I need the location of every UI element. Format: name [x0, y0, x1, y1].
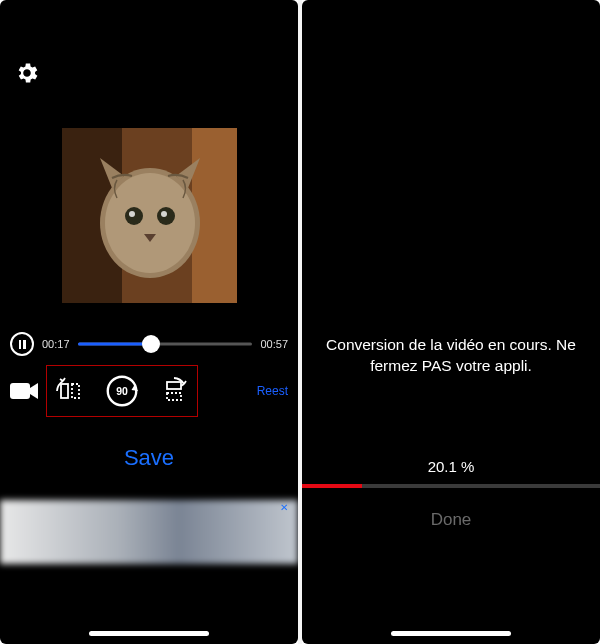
progress-fill	[302, 484, 362, 488]
gear-icon	[14, 60, 40, 86]
svg-point-4	[105, 173, 195, 273]
conversion-line2: fermez PAS votre appli.	[310, 356, 592, 377]
conversion-line1: Conversion de la vidéo en cours. Ne	[310, 335, 592, 356]
progress-percent: 20.1 %	[302, 458, 600, 475]
svg-rect-15	[167, 393, 181, 400]
pause-button[interactable]	[10, 332, 34, 356]
svg-text:90: 90	[116, 386, 128, 397]
conversion-screen: Conversion de la vidéo en cours. Ne ferm…	[302, 0, 600, 644]
home-indicator[interactable]	[89, 631, 209, 636]
scrubber[interactable]	[78, 334, 253, 354]
conversion-message: Conversion de la vidéo en cours. Ne ferm…	[302, 335, 600, 377]
scrub-fill	[78, 343, 151, 346]
current-time: 00:17	[42, 338, 70, 350]
ad-close-icon[interactable]: ✕	[280, 502, 292, 514]
scrub-thumb[interactable]	[142, 335, 160, 353]
svg-rect-14	[167, 382, 181, 389]
reset-link[interactable]: Reest	[257, 384, 288, 398]
camera-icon[interactable]	[10, 380, 40, 402]
rotate-toolbox: 90	[46, 365, 198, 417]
rotate-90-icon[interactable]: 90	[103, 372, 141, 410]
flip-vertical-icon[interactable]	[159, 376, 189, 406]
editor-screen: 00:17 00:57 90	[0, 0, 298, 644]
progress-bar	[302, 484, 600, 488]
player-controls: 00:17 00:57	[0, 332, 298, 356]
ad-banner[interactable]	[0, 500, 298, 564]
svg-rect-9	[10, 383, 30, 399]
edit-controls: 90 Reest	[0, 365, 298, 417]
done-button[interactable]: Done	[302, 510, 600, 530]
pause-icon	[19, 340, 26, 349]
save-button[interactable]: Save	[0, 445, 298, 471]
settings-button[interactable]	[14, 60, 40, 86]
total-time: 00:57	[260, 338, 288, 350]
home-indicator[interactable]	[391, 631, 511, 636]
video-preview[interactable]	[62, 128, 237, 303]
svg-rect-11	[72, 384, 79, 398]
svg-rect-10	[61, 384, 68, 398]
svg-point-8	[161, 211, 167, 217]
svg-point-7	[129, 211, 135, 217]
flip-horizontal-icon[interactable]	[55, 376, 85, 406]
cat-image	[62, 128, 237, 303]
